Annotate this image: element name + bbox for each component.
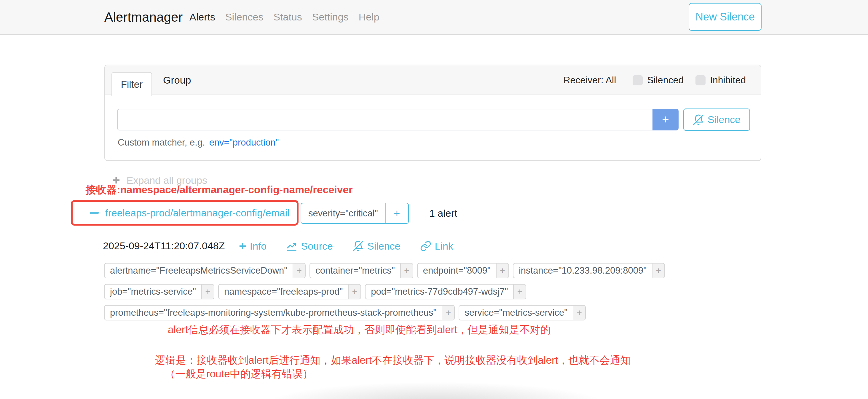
label-add-button[interactable]: + — [400, 264, 413, 278]
receiver-annotation: 接收器:namespace/altermanager-config-name/r… — [86, 183, 353, 197]
silence-label: Silence — [367, 240, 401, 252]
label-value: job="metrics-service" — [105, 284, 201, 299]
plus-icon: + — [239, 240, 246, 252]
label-add-button[interactable]: + — [652, 264, 664, 278]
label-chip: pod="metrics-77d9cdb497-wdsj7" + — [365, 284, 526, 299]
label-chip: alertname="FreeleapsMetricsServiceDown" … — [104, 263, 306, 278]
alert-actions: + Info Source Silence Link — [239, 238, 453, 254]
nav-links: Alerts Silences Status Settings Help — [189, 0, 379, 34]
label-value: service="metrics-service" — [459, 306, 573, 320]
label-chip: service="metrics-service" + — [459, 305, 586, 320]
matcher-input[interactable] — [117, 109, 652, 130]
hint-example-link[interactable]: env="production" — [209, 137, 279, 148]
alert-info-link[interactable]: + Info — [239, 240, 267, 252]
silence-filter-label: Silence — [708, 114, 741, 125]
tab-group[interactable]: Group — [158, 65, 196, 95]
inhibited-label[interactable]: Inhibited — [710, 75, 746, 86]
chart-line-icon — [286, 240, 297, 252]
new-silence-button[interactable]: New Silence — [689, 3, 762, 31]
nav-item-settings[interactable]: Settings — [312, 11, 349, 23]
label-value: endpoint="8009" — [418, 264, 496, 278]
annotation-highlight-box: freeleaps-prod/alertmanager-config/email — [71, 200, 299, 225]
alert-count: 1 alert — [429, 203, 458, 224]
alert-labels-row: prometheus="freeleaps-monitoring-system/… — [104, 305, 586, 320]
label-value: pod="metrics-77d9cdb497-wdsj7" — [366, 284, 513, 299]
label-chip: namespace="freeleaps-prod" + — [218, 284, 361, 299]
label-value: namespace="freeleaps-prod" — [219, 284, 348, 299]
nav-item-silences[interactable]: Silences — [225, 11, 264, 23]
filter-panel: Filter Group Receiver: All Silenced Inhi… — [104, 65, 761, 161]
bell-slash-icon — [693, 114, 704, 125]
receiver-dropdown[interactable]: Receiver: All — [563, 75, 616, 86]
group-matcher-chip: severity="critical" + — [301, 203, 409, 224]
app-brand[interactable]: Alertmanager — [104, 0, 183, 34]
navbar: Alertmanager Alerts Silences Status Sett… — [0, 0, 868, 35]
label-add-button[interactable]: + — [513, 284, 526, 299]
filter-options: Receiver: All Silenced Inhibited — [563, 65, 746, 95]
annotation-note-1: alert信息必须在接收器下才表示配置成功，否则即使能看到alert，但是通知是… — [168, 323, 551, 337]
screenshot-edge-shadow — [196, 374, 676, 399]
label-chip: endpoint="8009" + — [417, 263, 509, 278]
link-label: Link — [435, 240, 453, 252]
label-value: alertname="FreeleapsMetricsServiceDown" — [105, 264, 292, 278]
label-value: container="metrics" — [310, 264, 400, 278]
add-matcher-button[interactable]: + — [652, 109, 679, 130]
inhibited-checkbox[interactable] — [695, 75, 706, 85]
label-add-button[interactable]: + — [496, 264, 508, 278]
nav-item-help[interactable]: Help — [359, 11, 379, 23]
label-value: prometheus="freeleaps-monitoring-system/… — [105, 306, 442, 320]
label-chip: instance="10.233.98.209:8009" + — [513, 263, 665, 278]
matcher-hint: Custom matcher, e.g.env="production" — [118, 137, 279, 148]
filter-panel-header: Filter Group Receiver: All Silenced Inhi… — [105, 65, 761, 95]
alert-link-link[interactable]: Link — [420, 240, 453, 252]
tab-filter[interactable]: Filter — [112, 72, 152, 96]
label-chip: container="metrics" + — [309, 263, 413, 278]
alert-timestamp: 2025-09-24T11:20:07.048Z — [103, 240, 225, 252]
info-label: Info — [250, 240, 267, 252]
label-add-button[interactable]: + — [573, 306, 585, 320]
silence-filter-button[interactable]: Silence — [683, 109, 750, 131]
link-icon — [420, 240, 431, 252]
group-matcher-label[interactable]: severity="critical" — [301, 203, 385, 223]
annotation-note-2: 逻辑是：接收器收到alert后进行通知，如果alert不在接收器下，说明接收器没… — [155, 354, 630, 367]
hint-text: Custom matcher, e.g. — [118, 137, 205, 148]
label-add-button[interactable]: + — [201, 284, 214, 299]
label-add-button[interactable]: + — [292, 264, 305, 278]
group-matcher-add-button[interactable]: + — [385, 203, 408, 223]
label-chip: prometheus="freeleaps-monitoring-system/… — [104, 305, 455, 320]
silenced-label[interactable]: Silenced — [647, 75, 684, 86]
bell-slash-icon — [352, 240, 364, 252]
alert-silence-link[interactable]: Silence — [352, 240, 401, 252]
nav-item-status[interactable]: Status — [273, 11, 302, 23]
collapse-minus-icon[interactable] — [90, 212, 99, 214]
source-label: Source — [301, 240, 333, 252]
label-add-button[interactable]: + — [348, 284, 361, 299]
alert-group-link[interactable]: freeleaps-prod/alertmanager-config/email — [105, 207, 290, 219]
alert-labels-row: job="metrics-service" + namespace="freel… — [104, 284, 526, 299]
nav-item-alerts[interactable]: Alerts — [189, 11, 215, 23]
label-chip: job="metrics-service" + — [104, 284, 214, 299]
alert-labels-row: alertname="FreeleapsMetricsServiceDown" … — [104, 263, 665, 278]
label-add-button[interactable]: + — [442, 306, 454, 320]
silenced-checkbox[interactable] — [632, 75, 643, 85]
label-value: instance="10.233.98.209:8009" — [514, 264, 652, 278]
alert-source-link[interactable]: Source — [286, 240, 333, 252]
